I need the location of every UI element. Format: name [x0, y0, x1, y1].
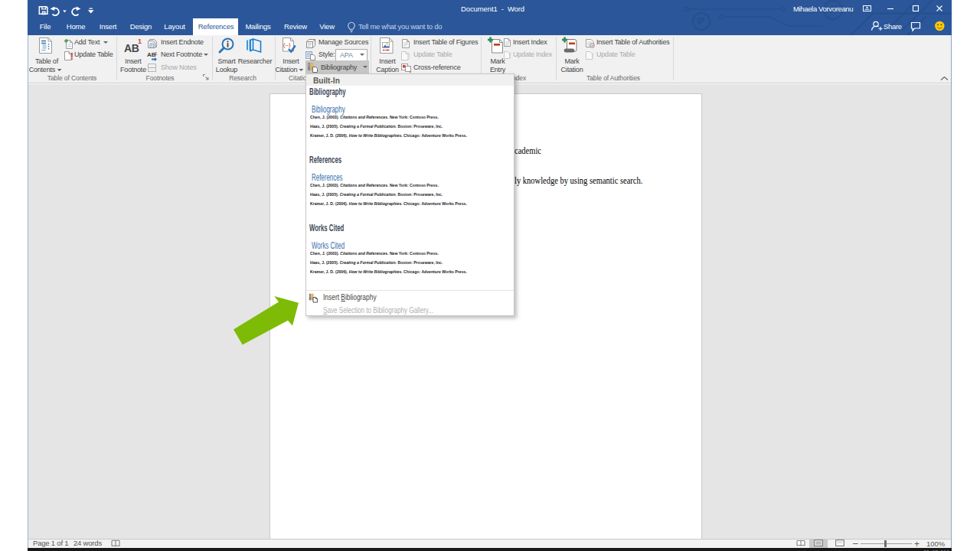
svg-text:!: !: [509, 51, 511, 60]
svg-text:!: !: [70, 51, 74, 61]
svg-text:!: !: [592, 51, 595, 60]
svg-text:!: !: [407, 51, 410, 61]
svg-text:(–): (–): [283, 41, 291, 48]
svg-text:1: 1: [155, 51, 158, 56]
svg-text:(i): (i): [149, 42, 154, 48]
svg-text:Share: Share: [884, 22, 902, 31]
